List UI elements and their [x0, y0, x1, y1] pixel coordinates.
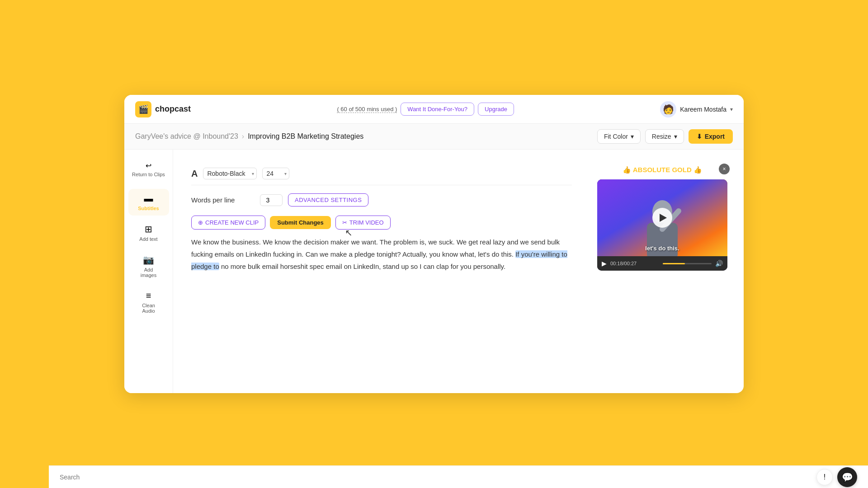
- submit-changes-button[interactable]: Submit Changes: [270, 216, 331, 229]
- header-center: ( 60 of 500 mins used ) Want It Done-For…: [198, 103, 653, 116]
- context-buttons: ⊕ CREATE NEW CLIP Submit Changes ✂ TRIM …: [191, 216, 572, 230]
- breadcrumb-separator: ›: [242, 132, 244, 141]
- video-container: let's do this. ▶ 00:18/00:27 🔊: [597, 179, 727, 271]
- font-letter-indicator: A: [191, 169, 198, 179]
- fit-color-button[interactable]: Fit Color ▾: [597, 129, 641, 144]
- avatar: 🧑: [660, 101, 676, 117]
- time-display: 00:18/00:27: [610, 261, 659, 266]
- transcript[interactable]: We know the business. We know the decisi…: [191, 236, 572, 272]
- video-controls: ▶ 00:18/00:27 🔊: [597, 256, 727, 271]
- add-images-icon: 📷: [143, 254, 154, 265]
- logo: 🎬 chopcast: [135, 101, 191, 117]
- user-menu[interactable]: 🧑 Kareem Mostafa ▾: [660, 101, 733, 117]
- upgrade-button[interactable]: Upgrade: [478, 103, 514, 116]
- app-header: 🎬 chopcast ( 60 of 500 mins used ) Want …: [124, 95, 744, 124]
- preview-title: 👍 ABSOLUTE GOLD 👍: [623, 166, 702, 174]
- logo-icon: 🎬: [135, 101, 151, 117]
- video-play-control[interactable]: ▶: [602, 260, 607, 267]
- back-arrow-icon: ↩: [146, 161, 151, 170]
- play-icon: [660, 214, 667, 222]
- scissors-icon: ✂: [342, 219, 347, 226]
- progress-bar[interactable]: [663, 263, 712, 264]
- breadcrumb-parent[interactable]: GaryVee's advice @ Inbound'23: [135, 132, 238, 141]
- download-icon: ⬇: [697, 133, 702, 140]
- transcript-text-end: no more bulk email horseshit spec email …: [219, 263, 505, 270]
- font-size-wrapper: 24 ▾: [262, 168, 289, 179]
- chevron-down-icon: ▾: [631, 133, 634, 140]
- sidebar-item-add-text[interactable]: ⊞ Add text: [128, 219, 169, 246]
- transcript-text-start: We know the business. We know the decisi…: [191, 238, 560, 258]
- words-per-line-input[interactable]: [260, 194, 283, 206]
- subtitle-overlay: let's do this.: [645, 245, 679, 252]
- app-name: chopcast: [155, 104, 191, 114]
- font-family-select[interactable]: Roboto-Black: [203, 168, 257, 179]
- words-per-line-label: Words per line: [191, 196, 255, 204]
- preview-panel: × 👍 ABSOLUTE GOLD 👍: [590, 159, 735, 384]
- advanced-settings-button[interactable]: ADVANCED SETTINGS: [288, 193, 368, 206]
- play-button[interactable]: [652, 208, 672, 228]
- breadcrumb: GaryVee's advice @ Inbound'23 › Improvin…: [135, 132, 592, 141]
- export-button[interactable]: ⬇ Export: [689, 129, 733, 144]
- video-thumbnail: let's do this.: [597, 179, 727, 256]
- trim-video-button[interactable]: ✂ TRIM VIDEO: [335, 216, 391, 230]
- sidebar: ↩ Return to Clips ▬ Subtitles ⊞ Add text…: [124, 150, 173, 393]
- font-controls: A Roboto-Black ▾ 24 ▾: [191, 168, 572, 185]
- close-preview-button[interactable]: ×: [719, 164, 730, 174]
- return-to-clips-button[interactable]: ↩ Return to Clips: [127, 157, 170, 182]
- user-name: Kareem Mostafa: [680, 106, 726, 113]
- chevron-down-icon: ▾: [674, 133, 677, 140]
- font-family-wrapper: Roboto-Black ▾: [203, 168, 257, 179]
- editor-panel: A Roboto-Black ▾ 24 ▾: [182, 159, 581, 384]
- words-per-line-row: Words per line ADVANCED SETTINGS: [191, 193, 572, 206]
- sidebar-item-add-images[interactable]: 📷 Add images: [128, 250, 169, 282]
- main-content-row: A Roboto-Black ▾ 24 ▾: [173, 150, 744, 393]
- return-label: Return to Clips: [132, 172, 165, 177]
- subheader: GaryVee's advice @ Inbound'23 › Improvin…: [124, 124, 744, 150]
- breadcrumb-current: Improving B2B Marketing Strategies: [248, 132, 363, 141]
- sidebar-add-text-label: Add text: [139, 236, 157, 242]
- sidebar-clean-audio-label: Clean Audio: [136, 303, 162, 314]
- resize-button[interactable]: Resize ▾: [645, 129, 684, 144]
- volume-icon[interactable]: 🔊: [715, 260, 723, 267]
- add-text-icon: ⊞: [145, 224, 152, 235]
- subheader-actions: Fit Color ▾ Resize ▾ ⬇ Export: [597, 129, 733, 144]
- main-layout: ↩ Return to Clips ▬ Subtitles ⊞ Add text…: [124, 150, 744, 393]
- sidebar-item-subtitles[interactable]: ▬ Subtitles: [128, 189, 169, 216]
- sidebar-subtitles-label: Subtitles: [138, 206, 159, 211]
- progress-fill: [663, 263, 685, 264]
- sidebar-add-images-label: Add images: [136, 267, 162, 278]
- want-done-for-you-button[interactable]: Want It Done-For-You?: [401, 103, 474, 116]
- create-new-clip-button[interactable]: ⊕ CREATE NEW CLIP: [191, 216, 265, 230]
- chevron-down-icon: ▾: [730, 106, 733, 113]
- font-size-select[interactable]: 24: [262, 168, 289, 179]
- subtitles-icon: ▬: [144, 193, 153, 204]
- sidebar-item-clean-audio[interactable]: ≡ Clean Audio: [128, 286, 169, 318]
- plus-icon: ⊕: [198, 219, 203, 226]
- clean-audio-icon: ≡: [146, 291, 151, 301]
- preview-title-wrapper: × 👍 ABSOLUTE GOLD 👍: [597, 166, 727, 174]
- usage-info: ( 60 of 500 mins used ): [337, 106, 397, 113]
